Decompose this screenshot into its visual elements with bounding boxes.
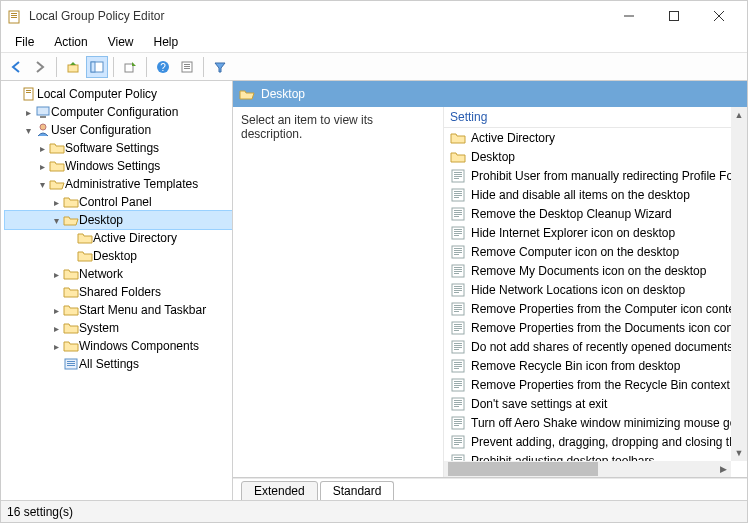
- chevron-down-icon[interactable]: ▾: [21, 125, 35, 136]
- setting-row[interactable]: Do not add shares of recently opened doc…: [444, 337, 747, 356]
- svg-rect-29: [454, 172, 462, 173]
- menu-action[interactable]: Action: [44, 33, 97, 51]
- properties-button[interactable]: [176, 56, 198, 78]
- tree-network[interactable]: ▸ Network: [5, 265, 232, 283]
- settings-icon: [63, 356, 79, 372]
- scroll-down-icon[interactable]: ▼: [731, 445, 747, 461]
- back-button[interactable]: [5, 56, 27, 78]
- maximize-button[interactable]: [651, 2, 696, 30]
- policy-icon: [450, 244, 466, 260]
- tab-extended[interactable]: Extended: [241, 481, 318, 500]
- tree-desktop-sub[interactable]: Desktop: [5, 247, 232, 265]
- setting-row[interactable]: Remove My Documents icon on the desktop: [444, 261, 747, 280]
- vertical-scrollbar[interactable]: ▲ ▼: [731, 107, 747, 461]
- svg-rect-3: [11, 17, 17, 18]
- svg-rect-101: [454, 442, 462, 443]
- tree-root[interactable]: Local Computer Policy: [5, 85, 232, 103]
- tree-label: All Settings: [79, 357, 139, 371]
- chevron-right-icon[interactable]: ▸: [49, 305, 63, 316]
- tree-software-settings[interactable]: ▸ Software Settings: [5, 139, 232, 157]
- setting-row[interactable]: Remove Recycle Bin icon from desktop: [444, 356, 747, 375]
- chevron-right-icon[interactable]: ▸: [21, 107, 35, 118]
- setting-row[interactable]: Don't save settings at exit: [444, 394, 747, 413]
- chevron-right-icon[interactable]: ▸: [49, 341, 63, 352]
- minimize-button[interactable]: [606, 2, 651, 30]
- folder-open-icon: [49, 176, 65, 192]
- svg-rect-90: [454, 402, 462, 403]
- column-header-setting[interactable]: Setting: [444, 107, 747, 128]
- toolbar-separator: [56, 57, 57, 77]
- up-button[interactable]: [62, 56, 84, 78]
- tree-user-config[interactable]: ▾ User Configuration: [5, 121, 232, 139]
- scroll-right-icon[interactable]: ▶: [716, 464, 731, 474]
- help-button[interactable]: ?: [152, 56, 174, 78]
- svg-rect-16: [184, 66, 190, 67]
- tree-label: Control Panel: [79, 195, 152, 209]
- chevron-right-icon[interactable]: ▸: [35, 143, 49, 154]
- tree-label: Shared Folders: [79, 285, 161, 299]
- forward-button[interactable]: [29, 56, 51, 78]
- tree-admin-templates[interactable]: ▾ Administrative Templates: [5, 175, 232, 193]
- tree-active-directory[interactable]: Active Directory: [5, 229, 232, 247]
- tree-desktop[interactable]: ▾ Desktop: [5, 211, 232, 229]
- svg-rect-79: [454, 362, 462, 363]
- svg-rect-31: [454, 176, 462, 177]
- tree-label: Administrative Templates: [65, 177, 198, 191]
- setting-row[interactable]: Remove Properties from the Recycle Bin c…: [444, 375, 747, 394]
- tabs-strip: Extended Standard: [233, 478, 747, 500]
- svg-rect-57: [454, 273, 459, 274]
- menu-view[interactable]: View: [98, 33, 144, 51]
- tree-system[interactable]: ▸ System: [5, 319, 232, 337]
- tree-control-panel[interactable]: ▸ Control Panel: [5, 193, 232, 211]
- setting-row[interactable]: Remove Properties from the Computer icon…: [444, 299, 747, 318]
- svg-rect-60: [454, 288, 462, 289]
- chevron-down-icon[interactable]: ▾: [49, 215, 63, 226]
- svg-rect-44: [454, 229, 462, 230]
- tree-shared-folders[interactable]: Shared Folders: [5, 283, 232, 301]
- svg-rect-80: [454, 364, 462, 365]
- svg-rect-67: [454, 311, 459, 312]
- chevron-right-icon[interactable]: ▸: [49, 323, 63, 334]
- tree-pane[interactable]: Local Computer Policy ▸ Computer Configu…: [1, 81, 233, 500]
- chevron-right-icon[interactable]: ▸: [49, 269, 63, 280]
- setting-row[interactable]: Prohibit User from manually redirecting …: [444, 166, 747, 185]
- svg-rect-1: [11, 13, 17, 14]
- tree-windows-components[interactable]: ▸ Windows Components: [5, 337, 232, 355]
- setting-row[interactable]: Remove Properties from the Documents ico…: [444, 318, 747, 337]
- tree-computer-config[interactable]: ▸ Computer Configuration: [5, 103, 232, 121]
- menu-help[interactable]: Help: [144, 33, 189, 51]
- menu-file[interactable]: File: [5, 33, 44, 51]
- chevron-right-icon[interactable]: ▸: [35, 161, 49, 172]
- chevron-right-icon[interactable]: ▸: [49, 197, 63, 208]
- setting-row[interactable]: Hide Internet Explorer icon on desktop: [444, 223, 747, 242]
- setting-row[interactable]: Desktop: [444, 147, 747, 166]
- setting-row[interactable]: Active Directory: [444, 128, 747, 147]
- tree-label: Start Menu and Taskbar: [79, 303, 206, 317]
- scroll-thumb[interactable]: [448, 462, 598, 476]
- svg-rect-50: [454, 250, 462, 251]
- horizontal-scrollbar[interactable]: ▶: [444, 461, 731, 477]
- setting-row[interactable]: Remove Computer icon on the desktop: [444, 242, 747, 261]
- filter-button[interactable]: [209, 56, 231, 78]
- tree-all-settings[interactable]: All Settings: [5, 355, 232, 373]
- close-button[interactable]: [696, 2, 741, 30]
- setting-row[interactable]: Hide and disable all items on the deskto…: [444, 185, 747, 204]
- settings-list[interactable]: Setting Active DirectoryDesktopProhibit …: [443, 107, 747, 477]
- tree-windows-settings[interactable]: ▸ Windows Settings: [5, 157, 232, 175]
- chevron-down-icon[interactable]: ▾: [35, 179, 49, 190]
- svg-rect-19: [26, 90, 31, 91]
- tab-standard[interactable]: Standard: [320, 481, 395, 500]
- setting-row[interactable]: Hide Network Locations icon on desktop: [444, 280, 747, 299]
- scroll-up-icon[interactable]: ▲: [731, 107, 747, 123]
- svg-rect-45: [454, 231, 462, 232]
- svg-rect-70: [454, 326, 462, 327]
- show-hide-tree-button[interactable]: [86, 56, 108, 78]
- setting-row[interactable]: Remove the Desktop Cleanup Wizard: [444, 204, 747, 223]
- setting-row[interactable]: Turn off Aero Shake window minimizing mo…: [444, 413, 747, 432]
- export-button[interactable]: [119, 56, 141, 78]
- svg-rect-96: [454, 423, 462, 424]
- setting-label: Prevent adding, dragging, dropping and c…: [471, 435, 736, 449]
- tree-start-menu[interactable]: ▸ Start Menu and Taskbar: [5, 301, 232, 319]
- setting-row[interactable]: Prevent adding, dragging, dropping and c…: [444, 432, 747, 451]
- svg-rect-102: [454, 444, 459, 445]
